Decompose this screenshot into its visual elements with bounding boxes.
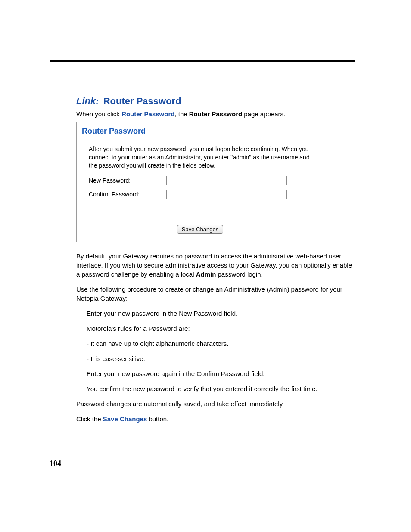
intro-text-post: page appears.	[242, 110, 285, 118]
confirm-password-row: Confirm Password:	[89, 190, 313, 199]
panel-description: After you submit your new password, you …	[89, 145, 313, 170]
router-password-panel: Router Password After you submit your ne…	[76, 122, 324, 242]
body-paragraph-1: By default, your Gateway requires no pas…	[76, 252, 355, 279]
confirm-password-label: Confirm Password:	[89, 191, 166, 198]
document-page: Link: Router Password When you click Rou…	[0, 0, 411, 532]
confirm-password-input[interactable]	[166, 190, 287, 199]
step-6: You confirm the new password to verify t…	[87, 384, 355, 393]
page-number: 104	[50, 458, 355, 468]
intro-text-mid: , the	[174, 110, 189, 118]
body-p4-post: button.	[147, 415, 168, 423]
heading-link-prefix: Link:	[76, 96, 99, 106]
intro-text-pre: When you click	[76, 110, 121, 118]
heading-title: Router Password	[103, 96, 181, 106]
intro-paragraph: When you click Router Password, the Rout…	[50, 110, 355, 118]
save-changes-button[interactable]: Save Changes	[177, 225, 223, 234]
body-p1-bold: Admin	[196, 271, 216, 278]
body-p4-pre: Click the	[76, 415, 103, 423]
panel-title: Router Password	[82, 127, 319, 136]
body-paragraph-3: Password changes are automatically saved…	[76, 399, 355, 408]
step-4: - It is case-sensitive.	[87, 354, 355, 363]
body-paragraph-2: Use the following procedure to create or…	[76, 285, 355, 303]
new-password-label: New Password:	[89, 177, 166, 184]
step-2: Motorola's rules for a Password are:	[87, 324, 355, 333]
rule-thin	[50, 74, 355, 74]
step-5: Enter your new password again in the Con…	[87, 369, 355, 378]
step-3: - It can have up to eight alphanumeric c…	[87, 339, 355, 348]
new-password-input[interactable]	[166, 176, 287, 185]
body-p1-post: password login.	[216, 271, 262, 278]
step-1: Enter your new password in the New Passw…	[87, 309, 355, 318]
new-password-row: New Password:	[89, 176, 313, 185]
save-changes-link[interactable]: Save Changes	[103, 415, 147, 423]
rule-thick	[50, 60, 355, 62]
section-heading: Link: Router Password	[50, 96, 355, 107]
button-row: Save Changes	[81, 225, 319, 234]
body-paragraph-4: Click the Save Changes button.	[76, 414, 355, 423]
body-text: By default, your Gateway requires no pas…	[76, 252, 355, 423]
intro-text-bold: Router Password	[189, 110, 242, 118]
router-password-link[interactable]: Router Password	[121, 110, 174, 118]
